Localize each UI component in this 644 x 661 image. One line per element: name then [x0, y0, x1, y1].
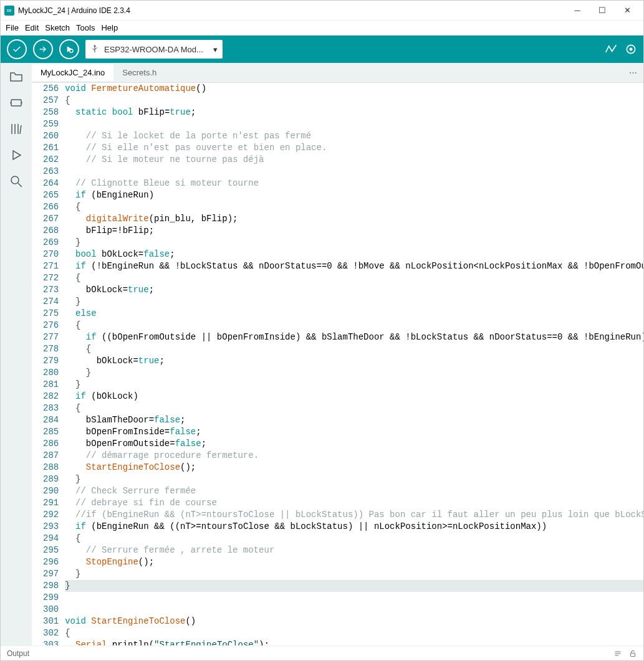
menu-bar: File Edit Sketch Tools Help — [1, 21, 643, 36]
svg-line-13 — [20, 125, 21, 134]
title-bar: MyLockJC_24 | Arduino IDE 2.3.4 ─ ☐ ✕ — [1, 1, 643, 21]
tab-main-sketch[interactable]: MyLockJC_24.ino — [32, 64, 113, 81]
menu-sketch[interactable]: Sketch — [45, 23, 70, 32]
menu-tools[interactable]: Tools — [76, 23, 95, 32]
serial-monitor-icon[interactable] — [625, 43, 637, 55]
board-selector[interactable]: ESP32-WROOM-DA Mod... ▾ — [85, 40, 223, 59]
svg-point-15 — [11, 176, 19, 184]
tab-bar: MyLockJC_24.ino Secrets.h ⋯ — [32, 63, 643, 83]
debug-button[interactable] — [59, 39, 79, 59]
debug-icon[interactable] — [9, 148, 24, 163]
folder-icon[interactable] — [9, 69, 24, 84]
play-debug-icon — [64, 44, 74, 54]
sidebar — [1, 63, 32, 645]
output-label[interactable]: Output — [7, 649, 29, 658]
verify-button[interactable] — [7, 39, 27, 59]
check-icon — [12, 44, 22, 54]
toolbar: ESP32-WROOM-DA Mod... ▾ — [1, 36, 643, 63]
svg-rect-7 — [11, 100, 21, 106]
library-manager-icon[interactable] — [9, 121, 24, 136]
arrow-right-icon — [38, 44, 48, 54]
code-content[interactable]: void FermetureAutomatique(){ static bool… — [65, 83, 643, 645]
status-bar: Output — [1, 645, 643, 660]
search-icon[interactable] — [9, 174, 24, 189]
app-icon — [4, 6, 14, 16]
board-manager-icon[interactable] — [9, 95, 24, 110]
tab-secrets[interactable]: Secrets.h — [113, 64, 165, 81]
lock-icon[interactable] — [628, 649, 637, 658]
notifications-icon[interactable] — [613, 649, 622, 658]
window-title: MyLockJC_24 | Arduino IDE 2.3.4 — [18, 6, 130, 15]
serial-plotter-icon[interactable] — [605, 43, 617, 55]
svg-point-6 — [630, 48, 633, 51]
close-button[interactable]: ✕ — [615, 1, 640, 20]
tab-overflow-button[interactable]: ⋯ — [623, 64, 643, 81]
svg-rect-20 — [631, 653, 635, 656]
board-label: ESP32-WROOM-DA Mod... — [104, 45, 203, 54]
maximize-button[interactable]: ☐ — [590, 1, 615, 20]
code-editor[interactable]: 2562572582592602612622632642652662672682… — [32, 83, 643, 645]
menu-edit[interactable]: Edit — [25, 23, 39, 32]
main-area: MyLockJC_24.ino Secrets.h ⋯ 256257258259… — [1, 63, 643, 645]
minimize-button[interactable]: ─ — [565, 1, 590, 20]
upload-button[interactable] — [33, 39, 53, 59]
menu-file[interactable]: File — [6, 23, 19, 32]
editor-area: MyLockJC_24.ino Secrets.h ⋯ 256257258259… — [32, 63, 643, 645]
usb-icon — [90, 45, 99, 54]
line-number-gutter: 2562572582592602612622632642652662672682… — [32, 83, 65, 645]
svg-marker-14 — [13, 151, 21, 159]
svg-point-2 — [70, 49, 73, 52]
svg-line-16 — [18, 183, 22, 187]
menu-help[interactable]: Help — [101, 23, 118, 32]
chevron-down-icon: ▾ — [213, 45, 218, 54]
